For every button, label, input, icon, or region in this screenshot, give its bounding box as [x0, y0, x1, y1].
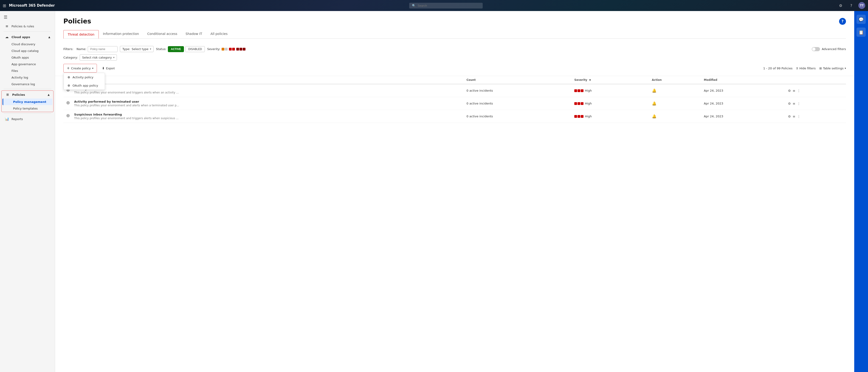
create-policy-area: + Create policy ▾ ⊕ Activity policy ⊕ OA… — [63, 64, 97, 72]
side-panel-chat-icon[interactable]: 💬 — [857, 15, 866, 24]
create-policy-button[interactable]: + Create policy ▾ — [64, 64, 96, 72]
sidebar-item-policies-rules[interactable]: ≡ Policies & rules — [1, 22, 54, 30]
dropdown-item-activity-policy[interactable]: ⊕ Activity policy — [64, 73, 105, 81]
settings-action-icon[interactable]: ⚙ — [788, 89, 791, 93]
tab-shadow-it[interactable]: Shadow IT — [181, 30, 206, 38]
status-disabled-btn[interactable]: DISABLED — [185, 46, 205, 52]
toggle-track[interactable] — [812, 47, 820, 51]
severity-medium[interactable] — [229, 48, 235, 51]
chevron-down-icon: ▾ — [150, 48, 151, 51]
policy-name[interactable]: Activity performed by terminated user — [74, 100, 179, 103]
settings-action-icon[interactable]: ⚙ — [788, 102, 791, 105]
cell-name: ⊕ Activity This policy profiles your env… — [63, 84, 464, 97]
sidebar-item-governance-log[interactable]: Governance log — [1, 81, 54, 88]
sidebar-item-policy-templates[interactable]: Policy templates — [2, 105, 52, 112]
sidebar-item-cloud-discovery[interactable]: Cloud discovery — [1, 41, 54, 48]
severity-text: High — [585, 89, 592, 92]
sidebar-item-cloud-apps[interactable]: ☁ Cloud apps ▲ — [1, 33, 54, 41]
sev-bars — [574, 89, 584, 92]
status-active-btn[interactable]: ACTIVE — [168, 46, 184, 52]
policy-desc: This policy profiles your environment an… — [74, 104, 179, 107]
table-header-row: Name Count Severity ▼ Action — [63, 76, 846, 84]
settings-action-icon[interactable]: ⚙ — [788, 115, 791, 118]
sidebar-item-reports[interactable]: 📊 Reports — [1, 115, 54, 123]
page-title: Policies — [63, 18, 91, 25]
grid-icon[interactable]: ⊞ — [3, 3, 6, 8]
help-icon[interactable]: ? — [848, 2, 855, 9]
type-value: Select type — [131, 47, 148, 51]
oauth-app-policy-icon: ⊕ — [67, 84, 70, 87]
count-text: 1 - 20 of 99 Policies — [763, 67, 793, 70]
tab-all-policies[interactable]: All policies — [206, 30, 232, 38]
tab-information-protection[interactable]: Information protection — [99, 30, 143, 38]
severity-high[interactable] — [236, 48, 246, 51]
severity-text: High — [585, 115, 592, 118]
sidebar-item-cloud-app-catalog[interactable]: Cloud app catalog — [1, 48, 54, 54]
cell-count: 0 active incidents — [464, 110, 572, 123]
sev-bar-2 — [578, 115, 580, 118]
search-input[interactable] — [417, 4, 477, 7]
cell-count: 0 active incidents — [464, 84, 572, 97]
filters-row: Filters: Name: Type: Select type ▾ Statu… — [63, 46, 246, 52]
sidebar-item-app-governance[interactable]: App governance — [1, 61, 54, 67]
sidebar-item-label: OAuth apps — [11, 56, 29, 59]
tab-conditional-access[interactable]: Conditional access — [143, 30, 181, 38]
export-label: Export — [106, 67, 115, 70]
high-sev-group: High — [574, 102, 646, 105]
sidebar-item-policies[interactable]: ≡ Policies ▲ — [2, 91, 53, 98]
hide-filters-label: Hide filters — [799, 67, 816, 70]
more-action-icon[interactable]: ⋮ — [797, 115, 801, 118]
chevron-up-icon: ▲ — [49, 36, 50, 38]
policy-table-container: Name Count Severity ▼ Action — [55, 76, 854, 123]
table-row: ⊕ Activity performed by terminated user … — [63, 97, 846, 110]
col-actions — [785, 76, 846, 84]
cell-row-actions: ⚙ ≡ ⋮ — [785, 84, 846, 97]
sev-bars — [574, 115, 584, 118]
policy-icon: ⊕ — [66, 113, 70, 118]
severity-low[interactable] — [222, 48, 227, 51]
advanced-filters-toggle[interactable]: Advanced filters — [812, 47, 846, 51]
filter-name-input[interactable] — [88, 46, 118, 52]
table-settings-action[interactable]: ⊞ Table settings ▾ — [819, 67, 846, 70]
export-button[interactable]: ⬇ Export — [100, 65, 117, 72]
side-panel: 💬 📋 — [854, 11, 868, 372]
sidebar-item-label: App governance — [11, 62, 36, 66]
filter-name-group: Name: — [76, 46, 118, 52]
policies-rules-icon: ≡ — [5, 24, 9, 28]
sidebar-item-oauth-apps[interactable]: OAuth apps — [1, 54, 54, 61]
dropdown-item-oauth-app-policy[interactable]: ⊕ OAuth app policy — [64, 81, 105, 90]
tab-threat-detection[interactable]: Threat detection — [63, 30, 99, 38]
cell-severity: High — [571, 97, 649, 110]
sidebar-item-policy-management[interactable]: Policy management — [2, 98, 52, 105]
list-action-icon[interactable]: ≡ — [793, 89, 796, 93]
sidebar-item-activity-log[interactable]: Activity log — [1, 74, 54, 81]
list-action-icon[interactable]: ≡ — [793, 102, 796, 105]
cell-action: 🔔 — [649, 97, 701, 110]
filter-type-select[interactable]: Type: Select type ▾ — [120, 46, 154, 52]
hide-filters-action[interactable]: ⧖ Hide filters — [796, 66, 816, 70]
help-button[interactable]: ? — [839, 18, 846, 25]
policy-name[interactable]: Suspicious inbox forwarding — [74, 113, 179, 116]
settings-icon[interactable]: ⚙ — [837, 2, 844, 9]
more-action-icon[interactable]: ⋮ — [797, 89, 801, 93]
category-select[interactable]: Select risk category ▾ — [80, 55, 117, 61]
avatar[interactable]: TT — [858, 2, 865, 9]
more-action-icon[interactable]: ⋮ — [797, 102, 801, 105]
table-settings-label: Table settings — [823, 67, 844, 70]
sidebar-item-files[interactable]: Files — [1, 67, 54, 74]
sev-sq-dark1 — [236, 48, 239, 51]
create-policy-label: Create policy — [71, 67, 91, 70]
row-action-icons: ⚙ ≡ ⋮ — [788, 89, 843, 93]
sev-bar-3 — [581, 102, 584, 105]
side-panel-feedback-icon[interactable]: 📋 — [857, 28, 866, 37]
cell-name: ⊕ Activity performed by terminated user … — [63, 97, 464, 110]
toggle-thumb — [812, 48, 815, 51]
filter-name-label: Name: — [76, 47, 86, 51]
topbar: ⊞ Microsoft 365 Defender 🔍 ⚙ ? TT — [0, 0, 868, 11]
hamburger-icon[interactable]: ☰ — [0, 13, 55, 21]
list-action-icon[interactable]: ≡ — [793, 115, 796, 118]
col-severity[interactable]: Severity ▼ — [571, 76, 649, 84]
severity-filter-group: Severity: — [207, 47, 246, 51]
cell-modified: Apr 24, 2023 — [701, 84, 785, 97]
policy-info: Suspicious inbox forwarding This policy … — [74, 113, 179, 120]
